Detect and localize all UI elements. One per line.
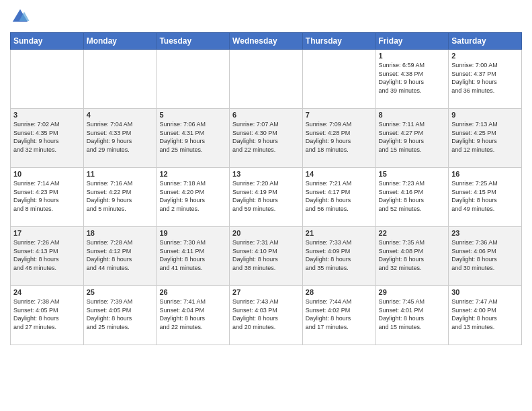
calendar-cell: 17Sunrise: 7:26 AM Sunset: 4:13 PM Dayli… (11, 227, 84, 286)
calendar-cell: 27Sunrise: 7:43 AM Sunset: 4:03 PM Dayli… (230, 286, 303, 345)
calendar-cell: 22Sunrise: 7:35 AM Sunset: 4:08 PM Dayli… (375, 227, 449, 286)
calendar-cell: 11Sunrise: 7:16 AM Sunset: 4:22 PM Dayli… (83, 168, 157, 227)
calendar-cell: 1Sunrise: 6:59 AM Sunset: 4:38 PM Daylig… (375, 50, 449, 109)
day-number: 17 (13, 229, 81, 237)
calendar-cell: 3Sunrise: 7:02 AM Sunset: 4:35 PM Daylig… (11, 109, 84, 168)
day-info: Sunrise: 7:39 AM Sunset: 4:05 PM Dayligh… (87, 298, 154, 331)
day-number: 30 (451, 288, 519, 296)
day-info: Sunrise: 7:07 AM Sunset: 4:30 PM Dayligh… (232, 120, 300, 154)
calendar-day-header: Sunday (11, 33, 84, 50)
calendar-cell: 19Sunrise: 7:30 AM Sunset: 4:11 PM Dayli… (157, 227, 230, 286)
day-number: 16 (451, 170, 519, 178)
calendar-day-header: Monday (83, 33, 157, 50)
calendar-cell: 7Sunrise: 7:09 AM Sunset: 4:28 PM Daylig… (302, 109, 375, 168)
calendar-cell: 4Sunrise: 7:04 AM Sunset: 4:33 PM Daylig… (83, 109, 157, 168)
day-number: 20 (232, 229, 300, 237)
day-number: 24 (13, 288, 81, 296)
calendar-cell: 5Sunrise: 7:06 AM Sunset: 4:31 PM Daylig… (157, 109, 230, 168)
calendar-cell: 23Sunrise: 7:36 AM Sunset: 4:06 PM Dayli… (449, 227, 522, 286)
day-info: Sunrise: 7:43 AM Sunset: 4:03 PM Dayligh… (232, 298, 300, 331)
calendar-cell: 10Sunrise: 7:14 AM Sunset: 4:23 PM Dayli… (11, 168, 84, 227)
calendar-week-row: 1Sunrise: 6:59 AM Sunset: 4:38 PM Daylig… (11, 50, 522, 109)
day-number: 13 (232, 170, 300, 178)
calendar-day-header: Tuesday (157, 33, 230, 50)
day-number: 21 (306, 229, 373, 237)
day-number: 2 (451, 52, 519, 60)
day-info: Sunrise: 7:30 AM Sunset: 4:11 PM Dayligh… (159, 238, 226, 272)
calendar-cell: 15Sunrise: 7:23 AM Sunset: 4:16 PM Dayli… (375, 168, 449, 227)
day-info: Sunrise: 7:16 AM Sunset: 4:22 PM Dayligh… (87, 179, 154, 213)
day-info: Sunrise: 7:25 AM Sunset: 4:15 PM Dayligh… (451, 179, 519, 213)
day-number: 3 (13, 111, 81, 119)
day-number: 6 (232, 111, 300, 119)
calendar-cell: 26Sunrise: 7:41 AM Sunset: 4:04 PM Dayli… (157, 286, 230, 345)
day-info: Sunrise: 7:33 AM Sunset: 4:09 PM Dayligh… (306, 238, 373, 272)
day-info: Sunrise: 7:00 AM Sunset: 4:37 PM Dayligh… (451, 61, 519, 95)
calendar-cell: 13Sunrise: 7:20 AM Sunset: 4:19 PM Dayli… (230, 168, 303, 227)
day-info: Sunrise: 7:21 AM Sunset: 4:17 PM Dayligh… (306, 179, 373, 213)
day-number: 11 (87, 170, 154, 178)
calendar-cell (230, 50, 303, 109)
day-info: Sunrise: 7:14 AM Sunset: 4:23 PM Dayligh… (13, 179, 81, 213)
day-info: Sunrise: 7:06 AM Sunset: 4:31 PM Dayligh… (159, 120, 226, 154)
calendar-cell (302, 50, 375, 109)
day-info: Sunrise: 7:47 AM Sunset: 4:00 PM Dayligh… (451, 298, 519, 331)
day-number: 12 (159, 170, 226, 178)
calendar-cell: 16Sunrise: 7:25 AM Sunset: 4:15 PM Dayli… (449, 168, 522, 227)
day-number: 9 (451, 111, 519, 119)
day-info: Sunrise: 7:38 AM Sunset: 4:05 PM Dayligh… (13, 298, 81, 331)
day-info: Sunrise: 7:41 AM Sunset: 4:04 PM Dayligh… (159, 298, 226, 331)
calendar-week-row: 3Sunrise: 7:02 AM Sunset: 4:35 PM Daylig… (11, 109, 522, 168)
calendar: SundayMondayTuesdayWednesdayThursdayFrid… (10, 32, 522, 345)
day-info: Sunrise: 7:04 AM Sunset: 4:33 PM Dayligh… (87, 120, 154, 154)
day-info: Sunrise: 7:09 AM Sunset: 4:28 PM Dayligh… (306, 120, 373, 154)
day-number: 1 (379, 52, 446, 60)
day-number: 7 (306, 111, 373, 119)
day-number: 22 (379, 229, 446, 237)
calendar-cell: 14Sunrise: 7:21 AM Sunset: 4:17 PM Dayli… (302, 168, 375, 227)
calendar-week-row: 17Sunrise: 7:26 AM Sunset: 4:13 PM Dayli… (11, 227, 522, 286)
day-info: Sunrise: 7:26 AM Sunset: 4:13 PM Dayligh… (13, 238, 81, 272)
calendar-day-header: Thursday (302, 33, 375, 50)
calendar-cell: 18Sunrise: 7:28 AM Sunset: 4:12 PM Dayli… (83, 227, 157, 286)
day-info: Sunrise: 7:45 AM Sunset: 4:01 PM Dayligh… (379, 298, 446, 331)
calendar-cell: 25Sunrise: 7:39 AM Sunset: 4:05 PM Dayli… (83, 286, 157, 345)
calendar-week-row: 10Sunrise: 7:14 AM Sunset: 4:23 PM Dayli… (11, 168, 522, 227)
day-number: 29 (379, 288, 446, 296)
calendar-cell: 2Sunrise: 7:00 AM Sunset: 4:37 PM Daylig… (449, 50, 522, 109)
day-info: Sunrise: 7:28 AM Sunset: 4:12 PM Dayligh… (87, 238, 154, 272)
logo (10, 7, 33, 27)
day-info: Sunrise: 7:13 AM Sunset: 4:25 PM Dayligh… (451, 120, 519, 154)
day-number: 15 (379, 170, 446, 178)
calendar-cell: 21Sunrise: 7:33 AM Sunset: 4:09 PM Dayli… (302, 227, 375, 286)
day-info: Sunrise: 7:31 AM Sunset: 4:10 PM Dayligh… (232, 238, 300, 272)
day-number: 19 (159, 229, 226, 237)
logo-icon (10, 7, 30, 27)
day-number: 28 (306, 288, 373, 296)
calendar-day-header: Friday (375, 33, 449, 50)
calendar-header-row: SundayMondayTuesdayWednesdayThursdayFrid… (11, 33, 522, 50)
day-number: 18 (87, 229, 154, 237)
calendar-cell: 6Sunrise: 7:07 AM Sunset: 4:30 PM Daylig… (230, 109, 303, 168)
day-number: 23 (451, 229, 519, 237)
calendar-cell: 30Sunrise: 7:47 AM Sunset: 4:00 PM Dayli… (449, 286, 522, 345)
calendar-cell (157, 50, 230, 109)
day-info: Sunrise: 7:23 AM Sunset: 4:16 PM Dayligh… (379, 179, 446, 213)
calendar-cell: 9Sunrise: 7:13 AM Sunset: 4:25 PM Daylig… (449, 109, 522, 168)
day-number: 5 (159, 111, 226, 119)
day-info: Sunrise: 7:02 AM Sunset: 4:35 PM Dayligh… (13, 120, 81, 154)
day-info: Sunrise: 7:44 AM Sunset: 4:02 PM Dayligh… (306, 298, 373, 331)
day-info: Sunrise: 7:18 AM Sunset: 4:20 PM Dayligh… (159, 179, 226, 213)
day-number: 10 (13, 170, 81, 178)
calendar-week-row: 24Sunrise: 7:38 AM Sunset: 4:05 PM Dayli… (11, 286, 522, 345)
calendar-cell: 20Sunrise: 7:31 AM Sunset: 4:10 PM Dayli… (230, 227, 303, 286)
day-number: 27 (232, 288, 300, 296)
day-info: Sunrise: 7:35 AM Sunset: 4:08 PM Dayligh… (379, 238, 446, 272)
calendar-cell: 29Sunrise: 7:45 AM Sunset: 4:01 PM Dayli… (375, 286, 449, 345)
day-info: Sunrise: 6:59 AM Sunset: 4:38 PM Dayligh… (379, 61, 446, 95)
day-info: Sunrise: 7:11 AM Sunset: 4:27 PM Dayligh… (379, 120, 446, 154)
day-number: 8 (379, 111, 446, 119)
day-info: Sunrise: 7:36 AM Sunset: 4:06 PM Dayligh… (451, 238, 519, 272)
day-number: 25 (87, 288, 154, 296)
calendar-cell: 24Sunrise: 7:38 AM Sunset: 4:05 PM Dayli… (11, 286, 84, 345)
